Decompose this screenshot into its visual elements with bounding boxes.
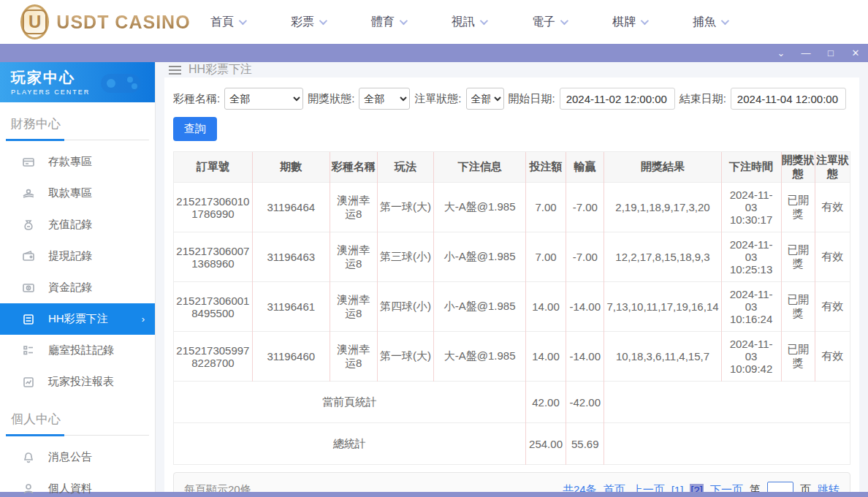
breadcrumb: HH彩票下注 [156, 62, 868, 77]
page-title: HH彩票下注 [189, 62, 252, 77]
table-row: 2152173060101786990 31196464 澳洲幸运8 第一球(大… [174, 183, 850, 232]
draw-status-label: 開獎狀態: [308, 92, 354, 106]
sidebar-item-profile[interactable]: 個人資料 [0, 473, 155, 497]
chevron-down-icon [641, 17, 649, 25]
maximize-icon[interactable]: □ [826, 48, 836, 58]
start-date-input[interactable] [560, 88, 675, 110]
col-draw-status: 開獎狀態 [781, 152, 815, 183]
end-date-input[interactable] [731, 88, 846, 110]
section-title-finance: 財務中心 [0, 102, 155, 140]
report-chart-icon [22, 376, 35, 389]
logo-letter: U [23, 10, 47, 34]
sidebar-item-player-bet-report[interactable]: 玩家投注報表 [0, 366, 155, 398]
nav-item-cards[interactable]: 棋牌 [612, 15, 647, 30]
bets-table: 訂單號 期數 彩種名稱 玩法 下注信息 投注額 輸贏 開獎結果 下注時間 開獎狀… [173, 151, 850, 465]
collapse-icon[interactable]: ⌄ [776, 48, 786, 58]
table-header-row: 訂單號 期數 彩種名稱 玩法 下注信息 投注額 輸贏 開獎結果 下注時間 開獎狀… [174, 152, 850, 183]
person-icon [22, 482, 35, 496]
coin-record-icon [22, 281, 35, 295]
col-order-status: 注單狀態 [815, 152, 850, 183]
section-underline [6, 435, 149, 436]
col-order-id: 訂單號 [174, 152, 253, 183]
total-count: 共24条 [563, 483, 597, 493]
gamepad-icon [95, 67, 146, 99]
section-underline [6, 140, 149, 140]
page-summary-bet: 42.00 [525, 382, 566, 423]
total-summary-label: 總統計 [174, 423, 526, 465]
logo-text: USDT CASINO [56, 12, 190, 33]
lottery-name-label: 彩種名稱: [173, 92, 220, 106]
sidebar-item-hall-bet-record[interactable]: 廳室投註記錄 [0, 335, 155, 366]
lottery-name-select[interactable]: 全部 [224, 88, 303, 110]
nav-item-slots[interactable]: 電子 [532, 15, 566, 30]
bell-icon [22, 451, 35, 464]
jump-button[interactable]: 跳转 [818, 483, 840, 493]
nav-item-lottery[interactable]: 彩票 [291, 15, 325, 30]
minimize-icon[interactable]: — [801, 48, 811, 58]
page-jump-input[interactable] [767, 482, 793, 492]
logo-coin-icon: U [20, 4, 49, 39]
chevron-down-icon [721, 17, 729, 25]
money-bag-icon [22, 219, 35, 232]
chevron-down-icon [400, 17, 408, 25]
wallet-icon [22, 250, 35, 263]
chevron-right-icon: › [142, 314, 145, 325]
draw-status-select[interactable]: 全部 [359, 88, 410, 110]
chevron-down-icon [319, 17, 327, 25]
prev-page-link[interactable]: 上一页 [632, 483, 665, 493]
total-summary-winloss: 55.69 [566, 423, 604, 465]
nav-item-home[interactable]: 首頁 [210, 15, 245, 30]
page-1-link[interactable]: [1] [671, 484, 684, 493]
nav-item-fishing[interactable]: 捕魚 [693, 15, 727, 30]
col-bet-info: 下注信息 [434, 152, 526, 183]
chevron-down-icon [560, 17, 568, 25]
col-bet-amount: 投注額 [525, 152, 566, 183]
first-page-link[interactable]: 首页 [604, 483, 625, 493]
order-status-label: 注單狀態: [414, 92, 461, 106]
col-winloss: 輸贏 [566, 152, 604, 183]
deposit-card-icon [22, 156, 35, 169]
search-button[interactable]: 查詢 [173, 117, 217, 141]
page-size-text: 每頁顯示20條 [184, 483, 251, 493]
col-playtype: 玩法 [377, 152, 434, 183]
page-summary-winloss: -42.00 [566, 382, 604, 423]
nav-item-sports[interactable]: 體育 [371, 15, 406, 30]
table-row: 2152173060018495500 31196461 澳洲幸运8 第四球(小… [174, 282, 850, 332]
chevron-down-icon [480, 17, 488, 25]
filter-bar: 彩種名稱: 全部 開獎狀態: 全部 注單狀態: 全部 開始日期: 結束日期: [173, 88, 850, 110]
sidebar-item-withdraw-record[interactable]: 提現記錄 [0, 240, 155, 272]
sidebar: 玩家中心 PLAYERS CENTER 財務中心 存款專區 取款專區 充值記錄 … [0, 62, 156, 492]
start-date-label: 開始日期: [509, 92, 555, 106]
col-bet-time: 下注時間 [721, 152, 781, 183]
sidebar-item-funds-record[interactable]: 資金記錄 [0, 272, 155, 303]
jump-prefix: 第 [750, 483, 761, 493]
order-status-select[interactable]: 全部 [466, 88, 504, 110]
sidebar-item-deposit[interactable]: 存款專區 [0, 146, 155, 178]
col-lottery-name: 彩種名稱 [330, 152, 377, 183]
window-titlebar: ⌄ — □ ✕ [0, 44, 868, 62]
hand-money-icon [22, 187, 35, 200]
page-2-link-current[interactable]: [2] [690, 484, 704, 493]
nav-item-live[interactable]: 視訊 [452, 15, 486, 30]
chevron-down-icon [239, 17, 247, 25]
hamburger-icon[interactable] [169, 66, 181, 75]
page-summary-label: 當前頁統計 [174, 382, 526, 423]
content-card: 彩種名稱: 全部 開獎狀態: 全部 注單狀態: 全部 開始日期: 結束日期: 查… [164, 77, 859, 492]
section-title-personal: 個人中心 [0, 398, 155, 435]
brand-logo[interactable]: U USDT CASINO [20, 4, 189, 39]
main-content: HH彩票下注 彩種名稱: 全部 開獎狀態: 全部 注單狀態: 全部 開始日期: … [156, 62, 868, 492]
col-draw-result: 開獎結果 [604, 152, 721, 183]
sidebar-item-hh-lottery-bets[interactable]: HH彩票下注 › [0, 303, 155, 335]
next-page-link[interactable]: 下一页 [710, 483, 743, 493]
total-summary-row: 總統計 254.00 55.69 [174, 423, 850, 465]
table-row: 2152173059978228700 31196460 澳洲幸运8 第一球(大… [174, 332, 850, 382]
sidebar-item-recharge-record[interactable]: 充值記錄 [0, 209, 155, 240]
sidebar-item-withdraw[interactable]: 取款專區 [0, 178, 155, 209]
top-navbar: U USDT CASINO 首頁 彩票 體育 視訊 電子 棋牌 捕魚 [0, 0, 868, 44]
sidebar-item-announcements[interactable]: 消息公告 [0, 441, 155, 473]
table-row: 2152173060071368960 31196463 澳洲幸运8 第三球(小… [174, 232, 850, 282]
checklist-icon [22, 344, 35, 357]
main-menu: 首頁 彩票 體育 視訊 電子 棋牌 捕魚 [210, 15, 773, 30]
close-icon[interactable]: ✕ [850, 48, 861, 58]
end-date-label: 結束日期: [679, 92, 726, 106]
